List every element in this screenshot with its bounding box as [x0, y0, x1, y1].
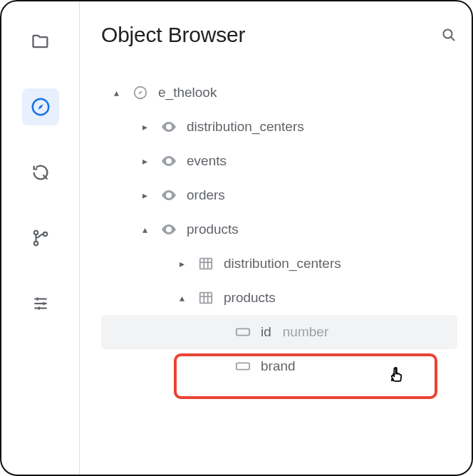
node-label: distribution_centers — [187, 119, 304, 135]
object-tree: ▴ e_thelook ▸ distribution_centers ▸ eve… — [101, 76, 457, 383]
tree-node-orders[interactable]: ▸ orders — [101, 178, 457, 212]
chevron-down-icon: ▴ — [175, 292, 188, 304]
tree-node-products[interactable]: ▴ products — [101, 212, 457, 247]
svg-point-4 — [33, 242, 37, 245]
tree-node-distribution-centers[interactable]: ▸ distribution_centers — [101, 110, 457, 144]
search-icon[interactable] — [440, 26, 457, 43]
node-label: brand — [261, 358, 296, 374]
eye-icon — [160, 187, 178, 204]
panel-header: Object Browser — [101, 23, 457, 47]
nav-sidebar — [1, 1, 80, 475]
eye-icon — [160, 118, 178, 135]
node-label: e_thelook — [158, 85, 217, 100]
chevron-right-icon: ▸ — [175, 258, 188, 269]
svg-point-17 — [167, 160, 170, 162]
main-panel: Object Browser ▴ e_thelook ▸ distributio… — [80, 1, 472, 475]
svg-rect-20 — [200, 259, 212, 269]
eye-icon — [160, 152, 178, 170]
git-nav-button[interactable] — [22, 219, 59, 257]
svg-point-19 — [167, 228, 170, 231]
svg-rect-29 — [236, 363, 249, 369]
node-label: products — [224, 290, 276, 306]
node-label: id — [261, 324, 271, 340]
node-type: number — [283, 324, 328, 340]
refresh-nav-button[interactable] — [22, 154, 59, 191]
table-icon — [197, 290, 215, 306]
chevron-down-icon: ▴ — [138, 224, 151, 235]
compass-nav-button[interactable] — [22, 88, 59, 125]
svg-line-13 — [451, 37, 454, 41]
tree-node-field-id[interactable]: id number — [101, 315, 457, 349]
svg-rect-24 — [200, 293, 212, 304]
svg-rect-28 — [236, 328, 249, 335]
svg-marker-15 — [138, 90, 142, 95]
chevron-down-icon: ▴ — [110, 87, 123, 98]
chevron-right-icon: ▸ — [138, 190, 151, 201]
eye-icon — [160, 221, 178, 238]
svg-point-18 — [167, 194, 170, 197]
compass-icon — [30, 96, 51, 118]
node-label: products — [187, 222, 239, 237]
svg-point-5 — [43, 232, 46, 236]
git-icon — [31, 229, 50, 247]
node-label: orders — [187, 187, 225, 203]
settings-nav-button[interactable] — [22, 285, 59, 322]
sliders-icon — [31, 294, 50, 313]
app-frame: Object Browser ▴ e_thelook ▸ distributio… — [0, 0, 473, 476]
tree-node-table-distribution-centers[interactable]: ▸ distribution_centers — [101, 247, 457, 281]
folder-nav-button[interactable] — [22, 23, 59, 60]
panel-title: Object Browser — [101, 23, 245, 47]
field-icon — [234, 326, 252, 338]
compass-small-icon — [131, 85, 150, 100]
svg-marker-1 — [38, 104, 43, 110]
svg-point-3 — [33, 231, 37, 234]
tree-node-events[interactable]: ▸ events — [101, 144, 457, 178]
folder-icon — [31, 31, 51, 51]
node-label: events — [187, 153, 227, 169]
tree-node-root[interactable]: ▴ e_thelook — [101, 76, 457, 110]
tree-node-table-products[interactable]: ▴ products — [101, 281, 457, 315]
tree-node-field-brand[interactable]: brand — [101, 349, 457, 383]
chevron-right-icon: ▸ — [138, 155, 151, 167]
field-icon — [234, 361, 252, 372]
refresh-search-icon — [31, 162, 51, 182]
table-icon — [197, 256, 215, 271]
svg-point-16 — [167, 125, 170, 128]
chevron-right-icon: ▸ — [138, 121, 151, 133]
svg-point-12 — [444, 30, 452, 38]
node-label: distribution_centers — [224, 256, 341, 271]
